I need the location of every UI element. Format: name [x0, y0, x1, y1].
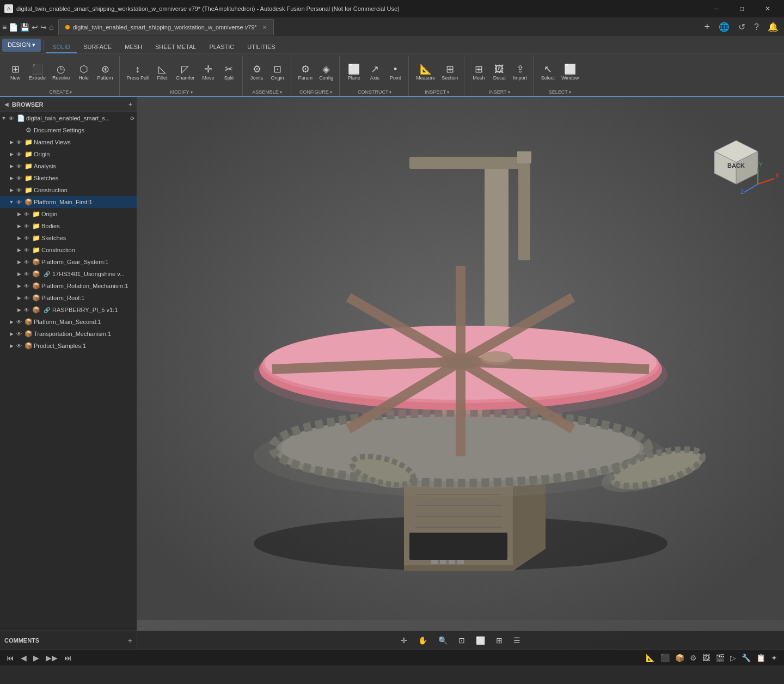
- tab-solid[interactable]: SOLID: [46, 41, 77, 53]
- assemble-buttons: ⚙ Joints ⊡ Origin: [247, 57, 287, 88]
- configure-button[interactable]: ◈ Config: [316, 63, 336, 82]
- tree-item-sketches-child[interactable]: ▶ 👁 📁 Sketches: [0, 232, 137, 244]
- fit-view-button[interactable]: ⊡: [454, 633, 469, 648]
- plane-button[interactable]: ⬜ Plane: [344, 63, 364, 82]
- animation-button[interactable]: 🎬: [713, 652, 727, 664]
- tab-plastic[interactable]: PLASTIC: [203, 41, 241, 53]
- notification-icon[interactable]: 🔔: [764, 21, 782, 33]
- redo-icon[interactable]: ↪: [40, 23, 47, 32]
- body-button[interactable]: ⬛: [658, 652, 672, 664]
- tree-item-raspberry-pi[interactable]: ▶ 👁 📦 🔗 RASPBERRY_PI_5 v1:1: [0, 304, 137, 316]
- drawing-button[interactable]: 📋: [754, 652, 768, 664]
- close-button[interactable]: ✕: [755, 0, 780, 17]
- split-button[interactable]: ✂ Split: [219, 63, 239, 82]
- tree-item-construction-child[interactable]: ▶ 👁 📁 Construction: [0, 244, 137, 256]
- simulation-button[interactable]: ▷: [728, 652, 738, 664]
- parameters-button[interactable]: ⚙ Param: [296, 63, 316, 82]
- tree-item-product-samples[interactable]: ▶ 👁 📦 Product_Samples:1: [0, 340, 137, 352]
- maximize-button[interactable]: □: [730, 0, 754, 17]
- joint-origin-button[interactable]: ⊡ Origin: [268, 63, 287, 82]
- fillet-button[interactable]: ◺ Fillet: [152, 63, 172, 82]
- tab-mesh[interactable]: MESH: [118, 41, 149, 53]
- tree-item-origin[interactable]: ▶ 👁 📁 Origin: [0, 148, 137, 160]
- tree-item-named-views[interactable]: ▶ 👁 📁 Named Views: [0, 136, 137, 148]
- sketch-button[interactable]: 📐: [644, 652, 657, 664]
- generative-button[interactable]: ✦: [769, 652, 780, 664]
- history-icon[interactable]: ↺: [735, 21, 749, 33]
- tab-close-icon[interactable]: ✕: [262, 25, 267, 30]
- comments-add-button[interactable]: +: [128, 636, 132, 645]
- go-to-start-button[interactable]: ⏮: [4, 652, 16, 664]
- section-button[interactable]: ⊞ Section: [439, 63, 461, 82]
- tree-eye-root[interactable]: 👁: [8, 115, 15, 121]
- extrude-button[interactable]: ⬛ Extrude: [26, 63, 48, 82]
- tree-item-platform-main-second[interactable]: ▶ 👁 📦 Platform_Main_Second:1: [0, 316, 137, 328]
- tree-item-rotation-mechanism[interactable]: ▶ 👁 📦 Platform_Rotation_Mechanism:1: [0, 280, 137, 292]
- insert-buttons: ⊞ Mesh 🖼 Decal ⇪ Import: [469, 57, 530, 88]
- tree-item-doc-settings[interactable]: 👁 ⚙ Document Settings: [0, 124, 137, 136]
- revolve-button[interactable]: ◷ Revolve: [50, 63, 73, 82]
- orbit-tool-button[interactable]: ✛: [396, 633, 412, 648]
- save-icon[interactable]: 💾: [20, 23, 29, 32]
- tab-sheet-metal[interactable]: SHEET METAL: [149, 41, 203, 53]
- zoom-tool-button[interactable]: 🔍: [434, 633, 452, 648]
- tree-item-gear-system[interactable]: ▶ 👁 📦 Platform_Gear_System:1: [0, 256, 137, 268]
- import-button[interactable]: ⇪ Import: [510, 63, 530, 82]
- ribbon-group-select: ↖ Select ⬜ Window SELECT ▾: [535, 56, 585, 96]
- select-button[interactable]: ↖ Select: [538, 63, 558, 82]
- help-icon[interactable]: ?: [751, 21, 762, 33]
- pan-tool-button[interactable]: ✋: [414, 633, 432, 648]
- tab-dot: [65, 25, 70, 29]
- minimize-button[interactable]: ─: [704, 0, 728, 17]
- tree-item-platform-roof[interactable]: ▶ 👁 📦 Platform_Roof:1: [0, 292, 137, 304]
- tree-item-root[interactable]: ▼ 👁 📄 digital_twin_enabled_smart_s... ⟳: [0, 112, 137, 124]
- new-component-button[interactable]: ⊞ New: [5, 63, 25, 82]
- grid-button[interactable]: ⊞: [492, 633, 507, 648]
- cam-button[interactable]: 🔧: [739, 652, 753, 664]
- press-pull-button[interactable]: ↕ Press Pull: [124, 63, 152, 82]
- view-options-button[interactable]: ☰: [509, 633, 525, 648]
- tree-item-origin-child[interactable]: ▶ 👁 📁 Origin: [0, 208, 137, 220]
- tree-item-bodies[interactable]: ▶ 👁 📁 Bodies: [0, 220, 137, 232]
- browser-expand-icon[interactable]: +: [128, 101, 132, 108]
- tree-item-stepper-motor[interactable]: ▶ 👁 📦 🔗 17HS3401_Usongshine v...: [0, 268, 137, 280]
- play-forward-button[interactable]: ▶▶: [44, 652, 60, 664]
- tree-item-transportation[interactable]: ▶ 👁 📦 Transportation_Mechanism:1: [0, 328, 137, 340]
- measure-button[interactable]: 📐 Measure: [413, 63, 438, 82]
- chamfer-button[interactable]: ◸ Chamfer: [173, 63, 198, 82]
- point-icon: •: [394, 64, 397, 74]
- play-button[interactable]: ▶: [31, 652, 41, 664]
- browser-collapse-icon[interactable]: ◀: [4, 101, 9, 107]
- component-button[interactable]: 📦: [673, 652, 687, 664]
- inspect-buttons: 📐 Measure ⊞ Section: [413, 57, 461, 88]
- axis-button[interactable]: ↗ Axis: [365, 63, 384, 82]
- home-icon[interactable]: ⌂: [49, 23, 53, 32]
- point-button[interactable]: • Point: [385, 63, 405, 82]
- render-button[interactable]: 🖼: [700, 652, 712, 664]
- tree-item-sketches[interactable]: ▶ 👁 📁 Sketches: [0, 172, 137, 184]
- decal-button[interactable]: 🖼 Decal: [489, 63, 509, 82]
- insert-mesh-button[interactable]: ⊞ Mesh: [469, 63, 488, 82]
- tab-utilities[interactable]: UTILITIES: [241, 41, 281, 53]
- step-back-button[interactable]: ◀: [19, 652, 29, 664]
- tree-item-platform-main-first[interactable]: ▼ 👁 📦 Platform_Main_First:1: [0, 196, 137, 208]
- pattern-button[interactable]: ⊛ Pattern: [95, 63, 116, 82]
- move-button[interactable]: ✛ Move: [199, 63, 218, 82]
- joints-button[interactable]: ⚙ Joints: [247, 63, 267, 82]
- add-tab-button[interactable]: +: [701, 21, 714, 33]
- assembly-button[interactable]: ⚙: [688, 652, 699, 664]
- active-tab[interactable]: digital_twin_enabled_smart_shipping_work…: [58, 19, 274, 35]
- viewport[interactable]: BACK X Y Z ✛ ✋ 🔍: [137, 97, 784, 649]
- go-to-end-button[interactable]: ⏭: [62, 652, 74, 664]
- app-menu-icon[interactable]: ≡: [2, 23, 7, 32]
- tab-surface[interactable]: SURFACE: [77, 41, 118, 53]
- undo-icon[interactable]: ↩: [32, 23, 38, 32]
- window-select-button[interactable]: ⬜ Window: [559, 63, 581, 82]
- design-mode-button[interactable]: DESIGN ▾: [2, 39, 41, 52]
- online-icon[interactable]: 🌐: [715, 21, 733, 33]
- new-document-icon[interactable]: 📄: [9, 23, 18, 32]
- tree-item-analysis[interactable]: ▶ 👁 📁 Analysis: [0, 160, 137, 172]
- tree-item-construction-top[interactable]: ▶ 👁 📁 Construction: [0, 184, 137, 196]
- hole-button[interactable]: ⬡ Hole: [74, 63, 94, 82]
- display-mode-button[interactable]: ⬜: [471, 633, 489, 648]
